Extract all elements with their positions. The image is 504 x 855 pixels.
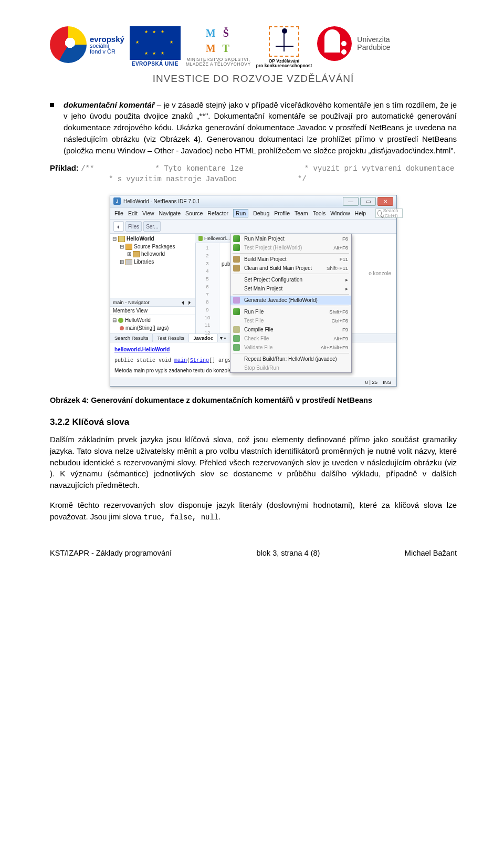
maximize-button[interactable]: ▭	[360, 197, 376, 206]
status-position: 8 | 25	[365, 379, 378, 385]
minimize-button[interactable]: —	[343, 197, 359, 206]
menu-item-icon	[233, 244, 240, 251]
menu-item-label: Stop Build/Run	[244, 365, 279, 371]
msmt-grid-icon: MŠ MT	[204, 26, 233, 55]
run-menu-item[interactable]: Run FileShift+F6	[230, 307, 351, 316]
paragraph-literals-a: Kromě těchto rezervovaných slov disponuj…	[50, 501, 457, 521]
ide-body: ⊟HelloWorld ⊟Source Packages ⊞helloworld…	[110, 234, 396, 333]
menu-item-label: Build Main Project	[244, 256, 287, 262]
ide-statusbar: 8 | 25 INS	[110, 378, 396, 386]
run-menu-popup: Run Main ProjectF6Test Project (HelloWor…	[230, 234, 352, 373]
close-button[interactable]: ✕	[377, 197, 393, 206]
project-tree[interactable]: ⊟HelloWorld ⊟Source Packages ⊞helloworld…	[110, 234, 195, 267]
bottom-tab-test[interactable]: Test Results	[153, 334, 189, 342]
menu-refactor[interactable]: Refactor	[207, 210, 228, 216]
menu-item-shortcut: Ctrl+F6	[332, 318, 348, 324]
ide-left-pane: ⊟HelloWorld ⊟Source Packages ⊞helloworld…	[110, 234, 196, 333]
menu-run[interactable]: Run	[233, 209, 248, 217]
menu-item-label: Run Main Project	[244, 236, 285, 242]
run-menu-item[interactable]: Set Project Configuration▸	[230, 275, 351, 284]
menu-item-icon	[233, 297, 240, 304]
output-method-link[interactable]: main	[174, 358, 187, 363]
submenu-arrow-icon: ▸	[345, 277, 348, 283]
gutter-line: 5	[196, 275, 219, 283]
run-menu-item[interactable]: Repeat Build/Run: HelloWorld (javadoc)	[230, 354, 351, 363]
menu-view[interactable]: View	[142, 210, 154, 216]
menu-item-label: Check File	[244, 336, 269, 341]
menu-item-label: Generate Javadoc (HelloWorld)	[244, 297, 318, 303]
header-logos: evropský sociální fond v ČR ★ ★ ★ ★ ★ ★ …	[50, 26, 457, 69]
output-type-link[interactable]: String	[190, 358, 209, 363]
left-tab-services[interactable]: Ser...	[143, 221, 161, 232]
paragraph-literals-b: .	[218, 512, 220, 521]
run-menu-item[interactable]: Validate FileAlt+Shift+F9	[230, 343, 351, 352]
menu-item-shortcut: Alt+F9	[333, 336, 348, 341]
navigator-class[interactable]: HelloWorld	[125, 317, 151, 325]
menu-item-label: Compile File	[244, 327, 274, 332]
eu-flag-icon: ★ ★ ★ ★ ★ ★ ★ ★	[130, 26, 181, 60]
run-menu-item[interactable]: Compile FileF9	[230, 325, 351, 334]
run-menu-item[interactable]: Stop Build/Run	[230, 363, 351, 372]
gutter-line: 10	[196, 314, 219, 322]
menu-item-label: Test File	[244, 318, 264, 324]
ide-title: HelloWorld - NetBeans IDE 7.0.1	[123, 199, 200, 204]
menu-profile[interactable]: Profile	[274, 210, 290, 216]
gutter-line: 3	[196, 260, 219, 268]
menu-item-label: Set Main Project	[244, 286, 282, 291]
gutter-line: 8	[196, 298, 219, 306]
run-menu-item[interactable]: Test FileCtrl+F6	[230, 316, 351, 325]
menu-window[interactable]: Window	[330, 210, 350, 216]
navigator-controls[interactable]: ⏴ ⏵	[181, 299, 193, 305]
run-menu-item[interactable]: Build Main ProjectF11	[230, 255, 351, 264]
menu-item-shortcut: Alt+Shift+F9	[321, 345, 348, 350]
investice-heading: INVESTICE DO ROZVOJE VZDĚLÁVÁNÍ	[50, 73, 457, 85]
menu-item-label: Run File	[244, 309, 264, 315]
run-menu-item[interactable]: Generate Javadoc (HelloWorld)	[230, 296, 351, 305]
ide-search-input[interactable]: Search (Ctrl+I)	[375, 208, 403, 218]
esf-text: evropský sociální fond v ČR	[90, 35, 124, 55]
logo-upce: Univerzita Pardubice	[317, 26, 390, 61]
menu-team[interactable]: Team	[295, 210, 308, 216]
menu-source[interactable]: Source	[185, 210, 203, 216]
opvk-line2: pro konkurenceschopnost	[256, 63, 312, 68]
status-insert-mode: INS	[383, 379, 391, 385]
esf-title: evropský	[90, 35, 124, 44]
project-icon	[118, 236, 125, 242]
navigator-pane: main - Navigator⏴ ⏵ Members View ⊟HelloW…	[110, 298, 195, 333]
example-line-2: * Tyto komentare lze	[155, 164, 244, 173]
gutter-line: 9	[196, 306, 219, 314]
ide-titlebar[interactable]: J HelloWorld - NetBeans IDE 7.0.1 — ▭ ✕	[110, 195, 396, 207]
menu-tools[interactable]: Tools	[313, 210, 326, 216]
gutter-line: 11	[196, 321, 219, 329]
search-icon	[377, 210, 382, 216]
bottom-tab-search[interactable]: Search Results	[110, 334, 153, 342]
tree-package[interactable]: helloworld	[141, 251, 165, 258]
menu-item-shortcut: Shift+F11	[327, 265, 348, 271]
menu-debug[interactable]: Debug	[253, 210, 269, 216]
menu-navigate[interactable]: Navigate	[159, 210, 181, 216]
run-menu-item[interactable]: Check FileAlt+F9	[230, 334, 351, 343]
run-menu-item[interactable]: Set Main Project▸	[230, 284, 351, 293]
menu-item-icon	[233, 256, 240, 263]
tree-libraries[interactable]: Libraries	[134, 258, 154, 266]
esf-sub1: sociální	[90, 43, 124, 49]
menu-item-shortcut: F6	[342, 236, 348, 242]
bullet-icon	[50, 103, 54, 107]
navigator-method[interactable]: main(String[] args)	[125, 325, 169, 332]
footer-left: KST/IZAPR - Základy programování	[50, 549, 172, 557]
menu-item-icon	[233, 265, 240, 272]
logo-esf: evropský sociální fond v ČR	[50, 26, 124, 63]
left-tab-files[interactable]: Files	[125, 221, 142, 232]
menu-item-icon	[233, 335, 240, 342]
toolbar-button[interactable]: ⏴	[113, 221, 124, 232]
tree-project[interactable]: HelloWorld	[127, 235, 154, 243]
menu-file[interactable]: File	[114, 210, 123, 216]
tree-source-packages[interactable]: Source Packages	[134, 243, 175, 251]
run-menu-item[interactable]: Clean and Build Main ProjectShift+F11	[230, 264, 351, 273]
editor-tab[interactable]: HelloWorl...	[195, 234, 234, 243]
menu-edit[interactable]: Edit	[128, 210, 138, 216]
navigator-view[interactable]: Members View	[110, 307, 195, 315]
run-menu-item[interactable]: Test Project (HelloWorld)Alt+F6	[230, 243, 351, 252]
menu-help[interactable]: Help	[355, 210, 366, 216]
run-menu-item[interactable]: Run Main ProjectF6	[230, 234, 351, 243]
